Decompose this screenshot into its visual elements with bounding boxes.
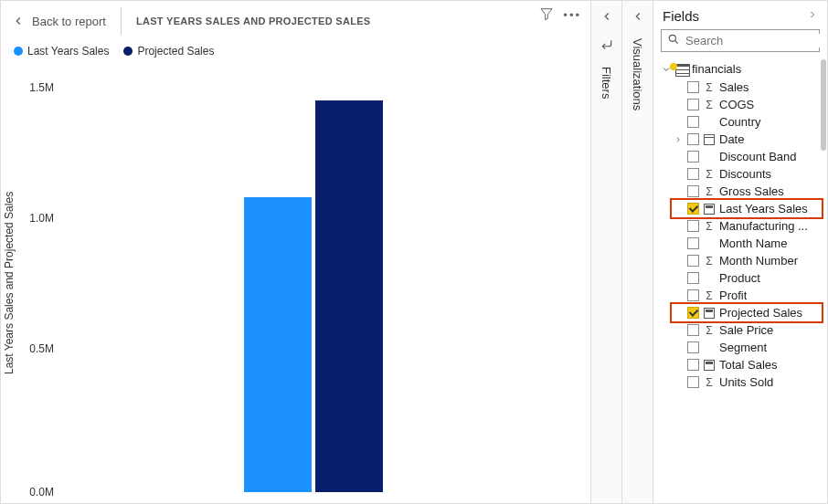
field-label: Discount Band xyxy=(719,150,797,163)
chevron-right-icon[interactable] xyxy=(807,9,818,23)
sigma-icon: Σ xyxy=(704,376,715,389)
field-row[interactable]: ΣManufacturing ... xyxy=(657,217,827,235)
field-label: Gross Sales xyxy=(719,184,784,198)
field-label: Sales xyxy=(719,80,749,94)
measure-icon xyxy=(704,308,715,319)
divider xyxy=(121,7,122,35)
table-icon xyxy=(675,64,688,75)
visualizations-pane-collapsed[interactable]: Visualizations xyxy=(622,1,653,503)
field-checkbox[interactable] xyxy=(687,185,699,197)
field-row[interactable]: Country xyxy=(657,113,827,131)
field-label: Discounts xyxy=(719,167,771,181)
field-checkbox[interactable] xyxy=(687,203,699,215)
y-axis-label: Last Years Sales and Projected Sales xyxy=(1,63,21,503)
field-row[interactable]: ΣDiscounts xyxy=(657,165,827,183)
filters-pane-label: Filters xyxy=(600,67,613,99)
legend-swatch xyxy=(123,47,133,56)
field-checkbox[interactable] xyxy=(687,116,699,128)
back-to-report-button[interactable]: Back to report xyxy=(12,15,106,28)
visualizations-pane-label: Visualizations xyxy=(631,38,644,110)
field-checkbox[interactable] xyxy=(687,307,699,319)
field-label: Product xyxy=(719,271,760,285)
legend-item[interactable]: Last Years Sales xyxy=(14,45,109,58)
chevron-right-icon[interactable] xyxy=(674,135,683,144)
field-checkbox[interactable] xyxy=(687,237,699,249)
chevron-left-icon[interactable] xyxy=(600,10,613,26)
field-checkbox[interactable] xyxy=(687,220,699,232)
chart-area: Last Years Sales and Projected Sales 0.0… xyxy=(1,63,590,503)
sigma-icon: Σ xyxy=(704,255,715,268)
back-label: Back to report xyxy=(32,15,106,28)
field-checkbox[interactable] xyxy=(687,151,699,163)
field-label: Manufacturing ... xyxy=(719,219,808,233)
field-checkbox[interactable] xyxy=(687,133,699,145)
fields-search[interactable] xyxy=(661,29,820,52)
field-row[interactable]: Segment xyxy=(657,339,827,356)
table-financials[interactable]: financials xyxy=(657,59,827,79)
sigma-icon: Σ xyxy=(704,185,715,198)
bar-last-years-sales[interactable] xyxy=(244,197,312,492)
field-label: Month Number xyxy=(719,254,798,268)
field-checkbox[interactable] xyxy=(687,168,699,180)
field-label: Last Years Sales xyxy=(719,202,808,215)
expand-filters-icon[interactable] xyxy=(600,38,613,54)
report-canvas: Back to report LAST YEARS SALES AND PROJ… xyxy=(1,1,591,503)
filters-pane-collapsed[interactable]: Filters xyxy=(591,1,622,503)
field-checkbox[interactable] xyxy=(687,289,699,301)
field-row[interactable]: ΣMonth Number xyxy=(657,252,827,269)
field-label: Segment xyxy=(719,341,767,354)
more-options-icon[interactable]: ••• xyxy=(563,8,581,22)
chevron-left-icon[interactable] xyxy=(632,10,644,26)
y-tick: 0.0M xyxy=(29,486,54,499)
search-icon xyxy=(667,33,680,48)
y-tick: 1.5M xyxy=(29,81,54,94)
field-label: Projected Sales xyxy=(719,306,802,320)
field-checkbox[interactable] xyxy=(687,255,699,267)
chart-legend: Last Years Sales Projected Sales xyxy=(1,41,590,63)
y-tick: 0.5M xyxy=(29,342,54,355)
legend-label: Projected Sales xyxy=(137,45,214,58)
field-checkbox[interactable] xyxy=(687,341,699,353)
field-row[interactable]: Total Sales xyxy=(657,356,827,373)
svg-line-2 xyxy=(674,40,677,43)
measure-icon xyxy=(704,360,715,371)
field-checkbox[interactable] xyxy=(687,324,699,336)
calendar-icon xyxy=(704,134,715,145)
y-tick: 1.0M xyxy=(29,212,54,225)
search-input[interactable] xyxy=(685,34,828,47)
field-row[interactable]: Product xyxy=(657,269,827,287)
field-row[interactable]: ΣUnits Sold xyxy=(657,373,827,391)
field-checkbox[interactable] xyxy=(687,376,699,388)
bar-projected-sales[interactable] xyxy=(315,100,383,492)
legend-item[interactable]: Projected Sales xyxy=(123,45,214,58)
fields-pane-title: Fields xyxy=(663,8,699,24)
field-checkbox[interactable] xyxy=(687,359,699,371)
field-label: Sale Price xyxy=(719,323,773,337)
field-row[interactable]: ΣCOGS xyxy=(657,96,827,113)
field-checkbox[interactable] xyxy=(687,272,699,284)
field-row[interactable]: Month Name xyxy=(657,235,827,252)
field-label: Month Name xyxy=(719,236,787,250)
field-checkbox[interactable] xyxy=(687,99,699,110)
field-row[interactable]: Projected Sales xyxy=(670,302,823,323)
field-row[interactable]: Date xyxy=(657,131,827,148)
field-row[interactable]: Last Years Sales xyxy=(670,198,823,219)
fields-pane: Fields financials ΣSalesΣCOGSCountryDate… xyxy=(653,1,827,503)
field-row[interactable]: ΣSales xyxy=(657,79,827,96)
svg-marker-0 xyxy=(541,9,552,20)
field-row[interactable]: Discount Band xyxy=(657,148,827,165)
sigma-icon: Σ xyxy=(704,99,715,111)
field-label: COGS xyxy=(719,98,754,111)
filter-icon[interactable] xyxy=(539,6,554,24)
field-label: Date xyxy=(719,132,744,146)
scrollbar-thumb[interactable] xyxy=(821,59,826,151)
fields-tree: financials ΣSalesΣCOGSCountryDateDiscoun… xyxy=(653,58,827,503)
field-label: Country xyxy=(719,115,761,129)
visual-header: Back to report LAST YEARS SALES AND PROJ… xyxy=(1,1,590,41)
field-row[interactable]: ΣSale Price xyxy=(657,321,827,339)
field-checkbox[interactable] xyxy=(687,81,699,93)
sigma-icon: Σ xyxy=(704,324,715,337)
y-axis: 0.0M 0.5M 1.0M 1.5M xyxy=(21,63,58,503)
field-label: Units Sold xyxy=(719,375,773,389)
legend-label: Last Years Sales xyxy=(27,45,109,58)
